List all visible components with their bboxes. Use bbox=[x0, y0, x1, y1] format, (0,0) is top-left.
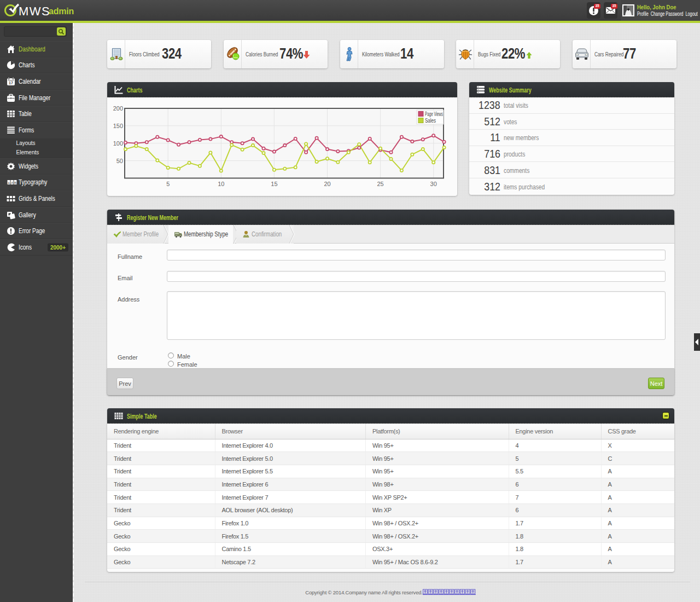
svg-text:150: 150 bbox=[113, 123, 123, 129]
svg-text:100: 100 bbox=[113, 140, 123, 147]
svg-text:10: 10 bbox=[218, 181, 224, 187]
svg-text:30: 30 bbox=[430, 181, 437, 187]
svg-text:17: 17 bbox=[9, 81, 13, 85]
svg-text:200: 200 bbox=[113, 105, 123, 112]
svg-text:A: A bbox=[10, 181, 13, 184]
svg-text:25: 25 bbox=[377, 181, 383, 187]
svg-text:50: 50 bbox=[116, 158, 123, 164]
svg-text:20: 20 bbox=[324, 181, 330, 187]
svg-text:15: 15 bbox=[271, 181, 277, 187]
svg-text:B: B bbox=[14, 181, 16, 184]
svg-text:5: 5 bbox=[166, 181, 170, 187]
svg-text:Sales: Sales bbox=[425, 118, 436, 124]
svg-text:Page Views: Page Views bbox=[425, 111, 443, 117]
